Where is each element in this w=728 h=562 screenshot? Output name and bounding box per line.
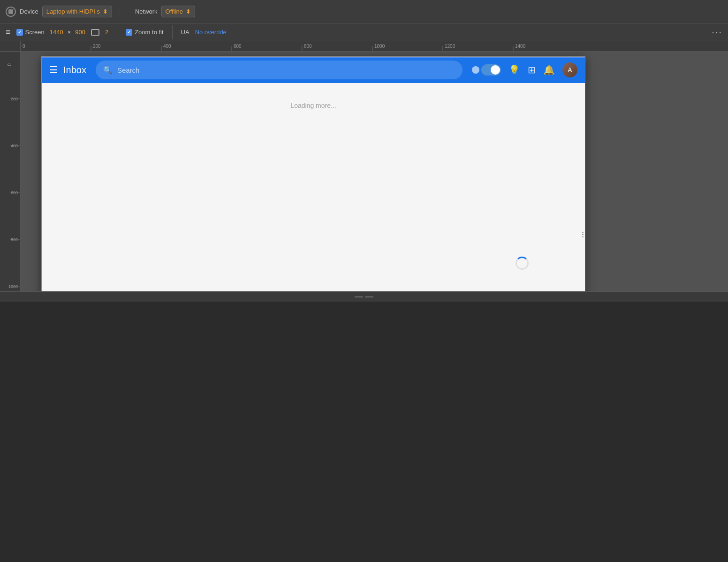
ruler-top: 0 200 400 600 800 1000 1200 1400: [21, 41, 728, 51]
ua-override-value[interactable]: No override: [195, 29, 227, 36]
screen-checkbox[interactable]: Screen 1440 × 900: [16, 29, 85, 36]
network-status: Offline: [166, 8, 183, 15]
screen-count: 2: [105, 29, 108, 36]
ruler-left-svg: 0 200 400 600 800 1000 1200 1400 1600 18…: [0, 52, 21, 291]
ruler-left: 0 200 400 600 800 1000 1200 1400 1600 18…: [0, 52, 21, 291]
bottom-handle[interactable]: [355, 296, 373, 297]
chevron-down-icon: ⬍: [103, 8, 108, 15]
screen-label: Screen: [25, 29, 45, 36]
app-layout: Device Laptop with HiDPI s ⬍ Network Off…: [0, 0, 728, 562]
scrollbar-line-2: [582, 234, 584, 235]
scrollbar-handle[interactable]: [580, 220, 585, 249]
bottom-ruler-labels: [0, 302, 728, 309]
toggle-switch[interactable]: [481, 64, 501, 76]
toggle-knob: [491, 65, 500, 75]
zoom-label: Zoom to fit: [135, 29, 163, 36]
network-section: Network Offline ⬍: [135, 6, 195, 17]
search-placeholder: Search: [117, 66, 140, 74]
dimension-separator: ×: [68, 29, 71, 36]
toolbar-divider-2: [117, 25, 117, 39]
search-bar[interactable]: 🔍 Search: [96, 61, 463, 79]
screen-height: 900: [75, 29, 85, 36]
svg-text:1000: 1000: [374, 44, 385, 49]
loading-more-text: Loading more...: [290, 102, 336, 109]
screen-thumbnail-icon: [91, 29, 99, 36]
chevron-down-icon-2: ⬍: [186, 8, 191, 15]
svg-text:800: 800: [304, 44, 312, 49]
top-toolbar: Device Laptop with HiDPI s ⬍ Network Off…: [0, 0, 728, 23]
hamburger-menu-icon[interactable]: ≡: [6, 27, 11, 37]
scrollbar-line-1: [582, 232, 584, 233]
svg-text:0: 0: [7, 63, 12, 66]
second-toolbar: ≡ Screen 1440 × 900 2 Zoom to fit UA No …: [0, 23, 728, 41]
svg-text:200: 200: [11, 97, 18, 101]
bottom-ruler: [0, 291, 728, 302]
notification-bell-icon[interactable]: 🔔: [543, 64, 555, 76]
svg-text:600: 600: [11, 190, 18, 195]
network-dropdown[interactable]: Offline ⬍: [161, 6, 195, 17]
screen-checkbox-box: [16, 29, 23, 36]
toggle-left-indicator: [472, 66, 479, 74]
network-label: Network: [135, 8, 158, 15]
more-options-button[interactable]: ···: [712, 27, 722, 38]
bottom-area: [0, 302, 728, 562]
device-label: Device: [20, 8, 38, 15]
bulb-icon[interactable]: 💡: [508, 64, 520, 76]
workspace: 0 200 400 600 800 1000 1200 1400: [0, 41, 728, 302]
blue-top-border: [42, 57, 585, 58]
stop-icon[interactable]: [6, 7, 16, 17]
ruler-top-svg: 0 200 400 600 800 1000 1200 1400: [21, 41, 728, 51]
app-header: ☰ Inbox 🔍 Search: [42, 57, 585, 83]
svg-text:0: 0: [23, 44, 25, 49]
svg-text:400: 400: [11, 144, 18, 148]
ruler-top-area: 0 200 400 600 800 1000 1200 1400: [0, 41, 728, 52]
svg-text:1400: 1400: [515, 44, 526, 49]
handle-dot-2: [365, 296, 373, 297]
device-dropdown[interactable]: Laptop with HiDPI s ⬍: [42, 6, 112, 17]
ua-label: UA: [181, 29, 190, 36]
app-content: Loading more... + Loading...: [42, 83, 585, 302]
toolbar-divider-1: [119, 5, 119, 19]
device-section: Device Laptop with HiDPI s ⬍: [20, 6, 112, 17]
zoom-checkbox-box: [126, 29, 132, 36]
svg-text:1000: 1000: [8, 284, 18, 289]
app-title: Inbox: [63, 65, 86, 76]
browser-frame: ☰ Inbox 🔍 Search: [41, 56, 585, 302]
device-name: Laptop with HiDPI s: [46, 8, 100, 15]
app-hamburger-icon[interactable]: ☰: [49, 64, 58, 76]
avatar[interactable]: A: [562, 62, 577, 77]
svg-text:600: 600: [234, 44, 242, 49]
apps-grid-icon[interactable]: ⊞: [528, 64, 536, 76]
header-right: 💡 ⊞ 🔔 A: [472, 62, 577, 77]
svg-text:1200: 1200: [445, 44, 455, 49]
toggle-area: [472, 64, 501, 76]
zoom-checkbox[interactable]: Zoom to fit: [126, 29, 163, 36]
svg-text:800: 800: [11, 237, 18, 242]
toolbar-divider-3: [172, 25, 173, 39]
svg-text:400: 400: [163, 44, 171, 49]
search-icon: 🔍: [103, 66, 113, 75]
content-spinner: [516, 257, 529, 270]
canvas-area: ☰ Inbox 🔍 Search: [21, 52, 728, 291]
scrollbar-line-3: [582, 236, 584, 237]
svg-text:200: 200: [93, 44, 101, 49]
handle-dot-1: [355, 296, 363, 297]
ruler-corner: [0, 41, 21, 51]
screen-width: 1440: [50, 29, 63, 36]
